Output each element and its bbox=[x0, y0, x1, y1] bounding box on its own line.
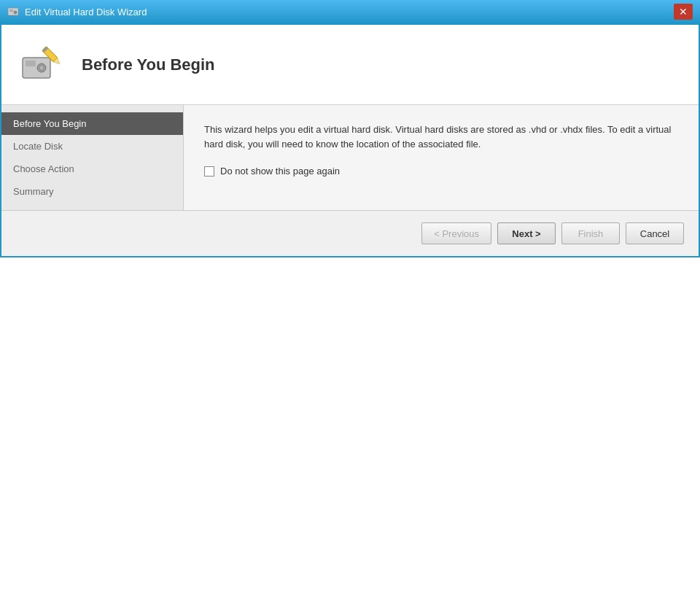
sidebar-item-before-you-begin[interactable]: Before You Begin bbox=[1, 112, 183, 135]
svg-rect-4 bbox=[26, 61, 36, 66]
svg-point-6 bbox=[40, 66, 43, 69]
wizard-main-content: This wizard helps you edit a virtual har… bbox=[184, 105, 699, 210]
title-bar-disk-icon bbox=[7, 6, 19, 18]
title-bar-left: Edit Virtual Hard Disk Wizard bbox=[7, 6, 147, 18]
wizard-window: Edit Virtual Hard Disk Wizard ✕ bbox=[0, 0, 700, 593]
finish-button[interactable]: Finish bbox=[561, 222, 620, 244]
wizard-header: Before You Begin bbox=[1, 25, 699, 105]
svg-point-2 bbox=[14, 11, 17, 14]
sidebar-item-locate-disk[interactable]: Locate Disk bbox=[1, 135, 183, 158]
wizard-sidebar: Before You Begin Locate Disk Choose Acti… bbox=[1, 105, 184, 210]
wizard-container: Before You Begin Before You Begin Locate… bbox=[0, 23, 700, 257]
sidebar-item-choose-action[interactable]: Choose Action bbox=[1, 158, 183, 180]
wizard-description: This wizard helps you edit a virtual har… bbox=[204, 123, 678, 151]
title-bar: Edit Virtual Hard Disk Wizard ✕ bbox=[0, 0, 700, 23]
close-button[interactable]: ✕ bbox=[674, 4, 693, 20]
do-not-show-checkbox[interactable] bbox=[204, 166, 214, 177]
previous-button[interactable]: < Previous bbox=[421, 222, 491, 244]
disk-pencil-icon bbox=[20, 43, 63, 87]
svg-rect-1 bbox=[9, 9, 13, 12]
wizard-header-title: Before You Begin bbox=[82, 55, 215, 74]
wizard-header-icon bbox=[16, 39, 67, 90]
checkbox-row: Do not show this page again bbox=[204, 166, 678, 177]
sidebar-item-summary[interactable]: Summary bbox=[1, 180, 183, 203]
next-button[interactable]: Next > bbox=[497, 222, 556, 244]
wizard-footer: < Previous Next > Finish Cancel bbox=[1, 210, 699, 256]
cancel-button[interactable]: Cancel bbox=[626, 222, 684, 244]
title-bar-title: Edit Virtual Hard Disk Wizard bbox=[25, 7, 147, 18]
wizard-body: Before You Begin Locate Disk Choose Acti… bbox=[1, 105, 699, 210]
checkbox-label: Do not show this page again bbox=[220, 166, 340, 177]
